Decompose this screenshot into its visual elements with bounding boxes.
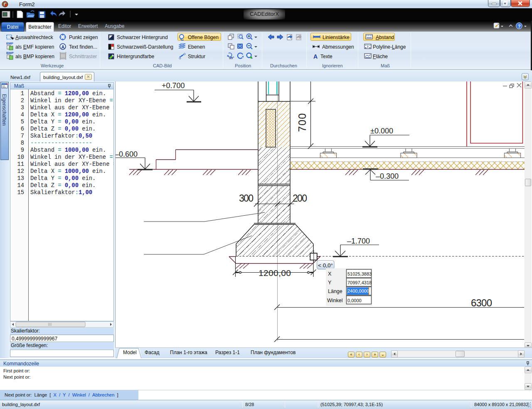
svg-text:A: A <box>62 44 65 49</box>
svg-text:–0.300: –0.300 <box>376 172 399 180</box>
svg-text:700: 700 <box>296 113 308 132</box>
svg-text:±0.000: ±0.000 <box>370 127 393 135</box>
svg-text:70997,4318: 70997,4318 <box>347 280 372 285</box>
svg-text:Länge: Länge <box>328 288 342 294</box>
svg-text:BMP: BMP <box>6 51 14 55</box>
svg-text:< 0,0°: < 0,0° <box>318 262 333 269</box>
svg-text:1200,00: 1200,00 <box>259 268 291 278</box>
svg-text:2400,0000: 2400,0000 <box>347 288 369 293</box>
svg-text:0,0000: 0,0000 <box>347 298 362 303</box>
svg-text:EMF: EMF <box>6 42 13 45</box>
svg-text:35°: 35° <box>229 56 234 60</box>
svg-text:A: A <box>313 53 318 60</box>
svg-text:200: 200 <box>293 193 307 204</box>
svg-text:?: ? <box>518 24 521 29</box>
svg-text:6300: 6300 <box>471 297 492 308</box>
svg-text:Winkel: Winkel <box>327 298 343 303</box>
svg-text:+0.700: +0.700 <box>162 81 185 90</box>
svg-text:Y: Y <box>328 280 332 286</box>
svg-text:–0.600: –0.600 <box>116 150 138 158</box>
svg-text:51025,3883: 51025,3883 <box>347 271 372 276</box>
svg-text:300: 300 <box>239 193 254 204</box>
svg-text:–1.700: –1.700 <box>347 237 370 245</box>
svg-text:X: X <box>328 271 332 277</box>
